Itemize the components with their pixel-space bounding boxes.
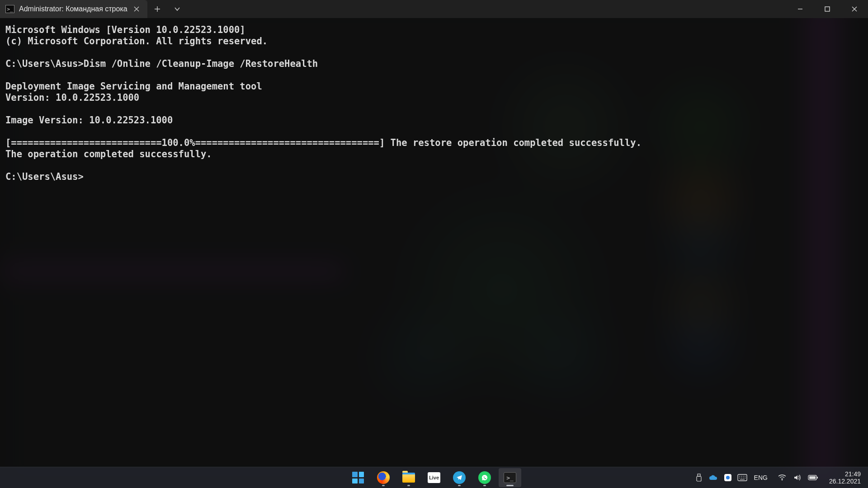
onedrive-icon[interactable]	[708, 472, 719, 483]
telegram-icon	[453, 471, 466, 484]
svg-rect-0	[825, 7, 830, 11]
svg-rect-9	[809, 476, 816, 479]
start-icon	[352, 472, 364, 483]
svg-rect-1	[698, 474, 700, 476]
svg-point-4	[726, 476, 730, 479]
taskbar-live[interactable]: Live	[423, 468, 445, 487]
new-tab-button[interactable]	[147, 0, 167, 18]
svg-rect-8	[817, 477, 818, 479]
language-indicator[interactable]: ENG	[751, 474, 770, 481]
window-controls	[787, 0, 868, 18]
taskbar-tray: ENG 21:49 26.12.2021	[693, 470, 868, 485]
tab-title: Administrator: Командная строка	[19, 5, 127, 13]
title-bar: >_ Administrator: Командная строка	[0, 0, 868, 18]
taskbar-terminal[interactable]: >_	[499, 468, 521, 487]
taskbar-start[interactable]	[347, 468, 369, 487]
tab-dropdown-button[interactable]	[167, 0, 187, 18]
clock-date: 26.12.2021	[829, 478, 861, 485]
clock[interactable]: 21:49 26.12.2021	[825, 470, 863, 485]
tab-cmd[interactable]: >_ Administrator: Командная строка	[0, 0, 147, 18]
wifi-icon	[777, 472, 788, 483]
tabstrip-controls	[147, 0, 187, 18]
tray-app-icon[interactable]	[722, 472, 733, 483]
keyboard-icon[interactable]	[737, 472, 748, 483]
clock-time: 21:49	[829, 470, 861, 478]
taskbar-whatsapp[interactable]	[473, 468, 496, 487]
close-tab-icon[interactable]	[132, 5, 141, 14]
close-button[interactable]	[841, 0, 868, 18]
explorer-icon	[402, 473, 415, 483]
usb-icon[interactable]	[693, 472, 704, 483]
terminal-output[interactable]: Microsoft Windows [Version 10.0.22523.10…	[0, 18, 868, 467]
svg-rect-2	[697, 476, 701, 481]
minimize-button[interactable]	[787, 0, 814, 18]
svg-point-6	[782, 479, 783, 481]
whatsapp-icon	[478, 471, 491, 484]
live-icon: Live	[428, 472, 440, 483]
taskbar-telegram[interactable]	[448, 468, 471, 487]
terminal-window: >_ Administrator: Командная строка	[0, 0, 868, 467]
system-tray-group[interactable]	[774, 472, 821, 483]
svg-rect-5	[738, 474, 747, 481]
maximize-button[interactable]	[814, 0, 841, 18]
battery-icon	[807, 472, 818, 483]
taskbar: Live >_ ENG	[0, 467, 868, 488]
taskbar-explorer[interactable]	[397, 468, 420, 487]
cmd-icon: >_	[5, 5, 14, 13]
volume-icon	[792, 472, 803, 483]
firefox-icon	[377, 471, 390, 484]
taskbar-firefox[interactable]	[372, 468, 395, 487]
terminal-icon: >_	[504, 472, 516, 483]
taskbar-center: Live >_	[347, 468, 521, 487]
